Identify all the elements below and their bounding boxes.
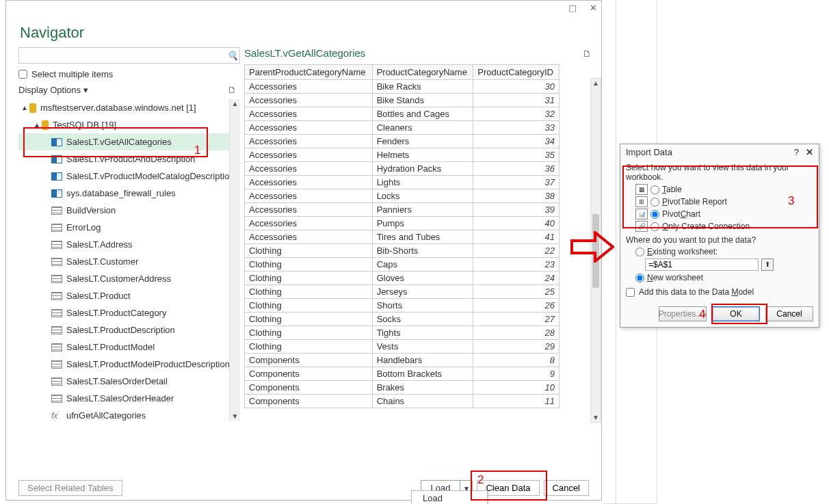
add-to-data-model-checkbox[interactable] [626, 288, 635, 297]
table-icon [51, 207, 62, 215]
annotation-number-4: 4 [699, 308, 705, 321]
table-row[interactable]: AccessoriesFenders34 [245, 135, 560, 148]
table-row[interactable]: ClothingBib-Shorts22 [245, 244, 560, 258]
tree-item[interactable]: SalesLT.Address [18, 236, 240, 253]
preview-options-icon[interactable]: 🗋 [583, 49, 592, 59]
tree-item[interactable]: SalesLT.vProductAndDescription [18, 150, 240, 168]
search-box[interactable]: 🔍 [18, 47, 240, 64]
table-row[interactable]: AccessoriesLocks38 [245, 189, 560, 203]
ok-button[interactable]: OK [712, 306, 760, 321]
annotation-number-1: 1 [194, 144, 200, 157]
table-row[interactable]: AccessoriesCleaners33 [245, 121, 560, 135]
search-icon[interactable]: 🔍 [226, 51, 239, 61]
radio-existing-worksheet[interactable] [635, 248, 644, 256]
table-row[interactable]: ClothingTights28 [245, 326, 560, 340]
menu-item-load[interactable]: Load [412, 491, 487, 504]
dialog-cancel-button[interactable]: Cancel [765, 306, 813, 321]
tree-item[interactable]: SalesLT.Customer [18, 253, 240, 270]
tree-server-root[interactable]: ▲msftestserver.database.windows.net [1] [18, 99, 240, 116]
table-row[interactable]: ComponentsBottom Brackets9 [245, 367, 560, 381]
range-selector-button[interactable]: ⬆ [761, 258, 774, 271]
column-header[interactable]: ProductCategoryName [372, 65, 473, 80]
column-header[interactable]: ProductCategoryID [473, 65, 560, 80]
table-row[interactable]: AccessoriesBike Racks30 [245, 80, 560, 94]
tree-database[interactable]: ▲TestSQLDB [19] [18, 116, 240, 133]
radio-table[interactable] [650, 185, 659, 194]
table-cell: Accessories [245, 94, 373, 107]
tree-item[interactable]: SalesLT.SalesOrderHeader [18, 390, 240, 407]
table-row[interactable]: AccessoriesHelmets35 [245, 148, 560, 162]
tree-item[interactable]: BuildVersion [18, 202, 240, 219]
table-cell: 10 [473, 381, 560, 395]
table-row[interactable]: ComponentsHandlebars8 [245, 354, 560, 367]
radio-pivottable-label: PivotTable Report [662, 197, 727, 207]
tree-item[interactable]: SalesLT.SalesOrderDetail [18, 373, 240, 390]
radio-pivottable[interactable] [650, 198, 659, 207]
cancel-button[interactable]: Cancel [544, 480, 589, 496]
close-icon[interactable]: ✕ [588, 3, 598, 14]
search-input[interactable] [19, 51, 226, 61]
preview-title: SalesLT.vGetAllCategories [244, 47, 589, 59]
table-icon [51, 377, 62, 386]
table-cell: 29 [473, 340, 560, 354]
table-cell: Bottles and Cages [372, 107, 473, 121]
tree-item[interactable]: SalesLT.CustomerAddress [18, 270, 240, 287]
tree-item[interactable]: SalesLT.ProductCategory [18, 304, 240, 321]
tree-item[interactable]: SalesLT.Product [18, 287, 240, 304]
dialog-close-icon[interactable]: ✕ [806, 147, 813, 157]
cell-reference-input[interactable] [645, 258, 759, 271]
table-cell: 32 [473, 107, 560, 121]
view-icon [51, 138, 62, 146]
column-header[interactable]: ParentProductCategoryName [245, 65, 373, 80]
radio-new-worksheet[interactable] [635, 274, 644, 282]
radio-pivotchart[interactable] [650, 210, 659, 219]
table-row[interactable]: ComponentsBrakes10 [245, 381, 560, 395]
table-row[interactable]: ClothingJerseys25 [245, 285, 560, 299]
view-icon [51, 172, 62, 181]
scroll-up-icon[interactable]: ▲ [232, 99, 239, 108]
tree-item[interactable]: ErrorLog [18, 219, 240, 236]
scroll-down-icon[interactable]: ▼ [592, 413, 599, 422]
tree-item[interactable]: fxufnGetAllCategories [18, 407, 240, 424]
table-cell: Locks [372, 189, 473, 203]
table-cell: 38 [473, 189, 560, 203]
table-row[interactable]: AccessoriesTires and Tubes41 [245, 230, 560, 244]
table-row[interactable]: AccessoriesBike Stands31 [245, 94, 560, 107]
radio-only-connection[interactable] [650, 222, 659, 231]
table-row[interactable]: ClothingGloves24 [245, 271, 560, 285]
table-row[interactable]: AccessoriesBottles and Cages32 [245, 107, 560, 121]
scroll-up-icon[interactable]: ▲ [592, 79, 599, 88]
tree-item[interactable]: SalesLT.ProductModel [18, 339, 240, 356]
radio-existing-label: Existing worksheet: [647, 247, 718, 256]
maximize-icon[interactable]: ▢ [567, 3, 578, 14]
table-cell: Accessories [245, 189, 373, 203]
tree-item[interactable]: SalesLT.ProductModelProductDescription [18, 356, 240, 373]
display-options-label[interactable]: Display Options ▾ [18, 85, 88, 95]
table-row[interactable]: ComponentsChains11 [245, 395, 560, 408]
tree-item[interactable]: SalesLT.vProductModelCatalogDescription [18, 168, 240, 185]
table-cell: Jerseys [372, 285, 473, 299]
tree-item[interactable]: sys.database_firewall_rules [18, 185, 240, 202]
table-row[interactable]: AccessoriesLights37 [245, 176, 560, 189]
table-row[interactable]: ClothingVests29 [245, 340, 560, 354]
table-row[interactable]: AccessoriesPumps40 [245, 217, 560, 230]
table-cell: Clothing [245, 326, 373, 340]
select-related-tables-button[interactable]: Select Related Tables [18, 480, 122, 496]
select-multiple-checkbox[interactable] [18, 70, 27, 79]
tree-item[interactable]: SalesLT.vGetAllCategories [18, 133, 240, 150]
tree-item[interactable]: SalesLT.ProductDescription [18, 321, 240, 339]
table-row[interactable]: ClothingShorts26 [245, 299, 560, 313]
tree-scrollbar[interactable]: ▲ ▼ [229, 99, 240, 421]
table-row[interactable]: AccessoriesHydration Packs36 [245, 162, 560, 176]
table-cell: Accessories [245, 217, 373, 230]
table-row[interactable]: ClothingCaps23 [245, 258, 560, 271]
help-icon[interactable]: ? [794, 147, 799, 157]
table-icon [51, 241, 62, 249]
table-cell: Clothing [245, 244, 373, 258]
table-row[interactable]: ClothingSocks27 [245, 313, 560, 326]
table-cell: 39 [473, 203, 560, 217]
table-row[interactable]: AccessoriesPanniers39 [245, 203, 560, 217]
scroll-down-icon[interactable]: ▼ [232, 412, 239, 421]
table-cell: Accessories [245, 230, 373, 244]
refresh-icon[interactable]: 🗋 [228, 85, 240, 95]
